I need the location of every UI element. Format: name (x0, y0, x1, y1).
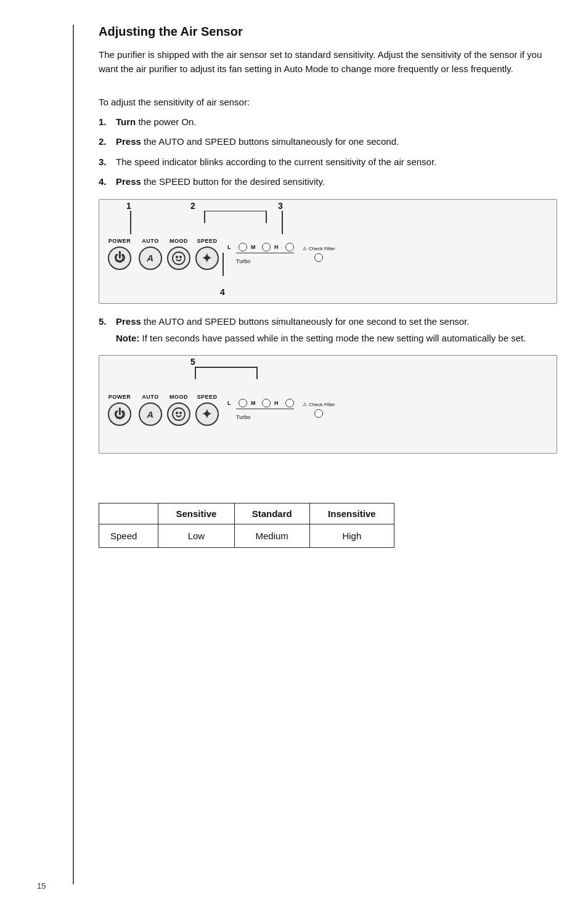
btn-power-2: POWER ⏻ (108, 394, 131, 426)
step-4: 4. Press the SPEED button for the desire… (99, 175, 557, 189)
diagram-1: 1 2 3 4 POWER ⏻ AUTO (99, 199, 557, 304)
svg-point-3 (173, 408, 185, 420)
speed-indicators-1: L M H Turbo (227, 243, 294, 265)
step-1-text: Turn the power On. (116, 115, 557, 129)
svg-point-0 (173, 252, 185, 264)
table-cell-speed-insensitive: High (309, 524, 394, 548)
step-1-bold: Turn (116, 116, 136, 127)
step-4-bold: Press (116, 176, 141, 187)
diagram1-label2: 2 (190, 201, 195, 211)
table-row-speed: Speed Low Medium High (99, 524, 394, 548)
page-title: Adjusting the Air Sensor (99, 25, 557, 39)
btn-auto-2: AUTO A (139, 394, 162, 426)
intro-paragraph: The purifier is shipped with the air sen… (99, 47, 557, 76)
step-5: 5. Press the AUTO and SPEED buttons simu… (99, 316, 557, 327)
step-3: 3. The speed indicator blinks according … (99, 155, 557, 169)
svg-point-4 (176, 412, 178, 414)
diagram1-label3: 3 (278, 201, 283, 211)
steps-list: 1. Turn the power On. 2. Press the AUTO … (99, 115, 557, 189)
btn-power-1: POWER ⏻ (108, 238, 131, 270)
svg-point-2 (180, 256, 181, 258)
table-header-empty (99, 503, 158, 524)
step-4-num: 4. (99, 175, 116, 189)
diagram2-label5: 5 (190, 357, 195, 367)
step-2: 2. Press the AUTO and SPEED buttons simu… (99, 135, 557, 149)
step-2-bold: Press (116, 136, 141, 147)
table-header-standard: Standard (234, 503, 309, 524)
page-number: 15 (37, 881, 46, 891)
sensitivity-table: Sensitive Standard Insensitive Speed Low… (99, 503, 394, 548)
step-1: 1. Turn the power On. (99, 115, 557, 129)
step-2-num: 2. (99, 135, 116, 149)
diagram-2: 5 POWER ⏻ AUTO A MOOD (99, 355, 557, 454)
check-filter-2: ⚠ Check Filter (303, 402, 335, 418)
speed-indicators-2: L M H Turbo (227, 399, 294, 421)
step-2-text: Press the AUTO and SPEED buttons simulta… (116, 135, 557, 149)
step-5-num: 5. (99, 316, 116, 327)
table-header-sensitive: Sensitive (158, 503, 234, 524)
step-3-text: The speed indicator blinks according to … (116, 155, 557, 169)
step-5-note: Note: If ten seconds have passed while i… (116, 332, 557, 346)
table-cell-speed-standard: Medium (234, 524, 309, 548)
btn-speed-2: SPEED ✦ (195, 394, 219, 426)
table-header-insensitive: Insensitive (309, 503, 394, 524)
diagram1-label4: 4 (220, 287, 225, 297)
step-5-text: Press the AUTO and SPEED buttons simulta… (116, 316, 557, 327)
diagram1-label1: 1 (126, 201, 131, 211)
table-cell-speed-label: Speed (99, 524, 158, 548)
check-filter-1: ⚠ Check Filter (303, 246, 335, 262)
step-4-text: Press the SPEED button for the desired s… (116, 175, 557, 189)
btn-speed-1: SPEED ✦ (195, 238, 219, 270)
adjust-label: To adjust the sensitivity of air sensor: (99, 95, 557, 109)
svg-point-5 (180, 412, 181, 414)
step-3-num: 3. (99, 155, 116, 169)
btn-mood-1: MOOD (167, 238, 190, 270)
step-1-num: 1. (99, 115, 116, 129)
btn-auto-1: AUTO A (139, 238, 162, 270)
table-cell-speed-sensitive: Low (158, 524, 234, 548)
btn-mood-2: MOOD (167, 394, 190, 426)
svg-point-1 (176, 256, 178, 258)
